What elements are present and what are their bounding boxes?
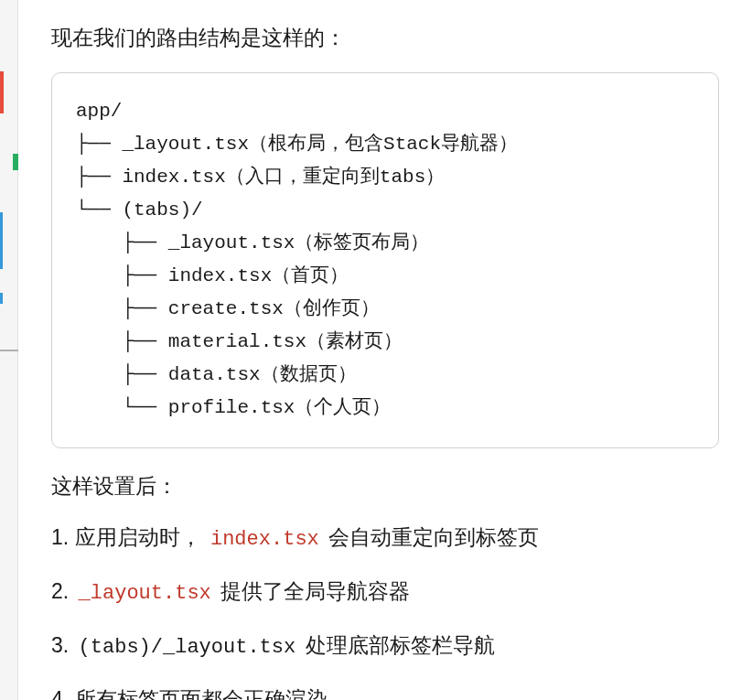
list-num: 3. <box>51 633 69 657</box>
inline-code-plain: (tabs)/_layout.tsx <box>75 636 300 659</box>
list-text-before: 应用启动时， <box>75 525 201 549</box>
list-num: 4. <box>51 687 69 700</box>
sidebar-marker-blue-1 <box>0 212 3 269</box>
list-item-1: 1. 应用启动时， index.tsx 会自动重定向到标签页 <box>51 522 719 555</box>
list-text-after: 会自动重定向到标签页 <box>328 525 539 549</box>
list-text-after: 提供了全局导航容器 <box>220 579 410 603</box>
code-block-file-tree: app/ ├── _layout.tsx（根布局，包含Stack导航器） ├──… <box>51 72 719 448</box>
sidebar-marker-green <box>13 154 18 170</box>
list-text-after: 处理底部标签栏导航 <box>306 633 495 657</box>
sidebar-marker-blue-2 <box>0 293 3 304</box>
inline-code: _layout.tsx <box>75 582 215 605</box>
list-num: 2. <box>51 579 69 603</box>
list-item-4: 4. 所有标签页面都会正确渲染 <box>51 684 719 700</box>
list-num: 1. <box>51 525 69 549</box>
list-text-after: 所有标签页面都会正确渲染 <box>75 687 328 700</box>
sidebar-divider <box>0 350 18 351</box>
main-content: 现在我们的路由结构是这样的： app/ ├── _layout.tsx（根布局，… <box>18 0 752 700</box>
list-item-3: 3. (tabs)/_layout.tsx 处理底部标签栏导航 <box>51 630 719 663</box>
list-item-2: 2. _layout.tsx 提供了全局导航容器 <box>51 576 719 609</box>
sidebar <box>0 0 18 700</box>
inline-code: index.tsx <box>207 528 323 551</box>
sidebar-marker-red <box>0 71 4 113</box>
after-paragraph: 这样设置后： <box>51 470 719 502</box>
intro-paragraph: 现在我们的路由结构是这样的： <box>51 22 719 54</box>
